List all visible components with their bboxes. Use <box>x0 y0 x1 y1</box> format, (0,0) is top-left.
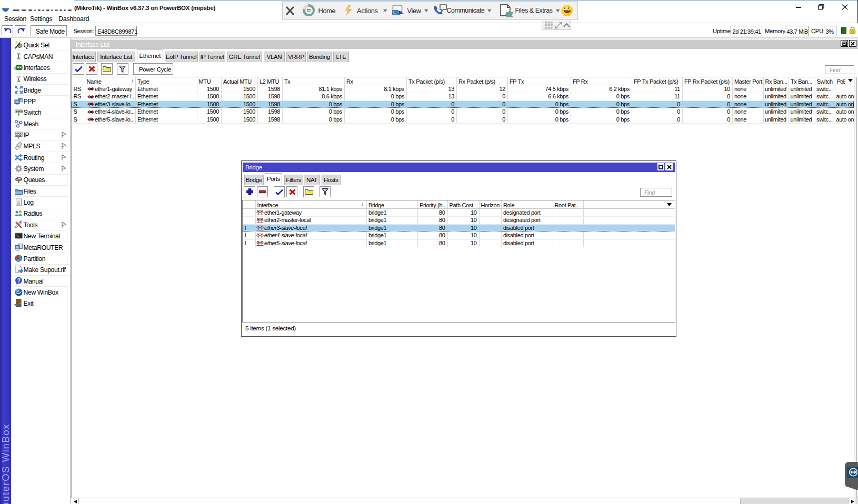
svg-text:>_: >_ <box>16 234 19 237</box>
svg-text:255: 255 <box>16 132 22 136</box>
svg-text:✦: ✦ <box>15 41 18 45</box>
svg-text:?: ? <box>17 278 21 284</box>
svg-text:✦: ✦ <box>19 41 22 43</box>
